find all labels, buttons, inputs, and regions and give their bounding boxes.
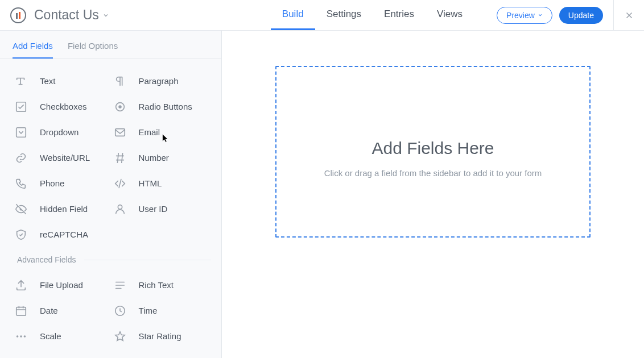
field-label: Paragraph (139, 76, 179, 86)
close-icon (624, 10, 634, 20)
field-text[interactable]: Text (14, 68, 113, 94)
checkbox-icon (14, 99, 28, 114)
basic-fields-grid: TextParagraphCheckboxesRadio ButtonsDrop… (0, 68, 221, 247)
field-label: Text (40, 76, 56, 86)
dropdown-icon (14, 125, 28, 140)
field-user-id[interactable]: User ID (113, 196, 212, 222)
field-file-upload[interactable]: File Upload (14, 272, 113, 298)
field-label: Rich Text (139, 280, 174, 290)
scale-icon (14, 329, 28, 344)
field-website-url[interactable]: Website/URL (14, 145, 113, 170)
form-canvas: Add Fields Here Click or drag a field fr… (222, 31, 644, 358)
form-title-text: Contact Us (34, 7, 99, 23)
field-label: Star Rating (139, 331, 181, 341)
tab-build[interactable]: Build (271, 0, 315, 30)
phone-icon (14, 176, 28, 191)
dropzone-title: Add Fields Here (371, 139, 494, 158)
tab-entries[interactable]: Entries (373, 0, 426, 30)
dropzone-subtitle: Click or drag a field from the sidebar t… (324, 168, 542, 178)
sidebar-tabs: Add Fields Field Options (0, 31, 221, 59)
app-logo (10, 7, 26, 23)
user-icon (113, 202, 127, 217)
field-date[interactable]: Date (14, 298, 113, 323)
update-button[interactable]: Update (559, 7, 603, 24)
field-recaptcha[interactable]: reCAPTCHA (14, 222, 113, 247)
time-icon (113, 303, 127, 318)
richtext-icon (113, 278, 127, 293)
radio-icon (113, 99, 127, 114)
field-star-rating[interactable]: Star Rating (113, 323, 212, 349)
field-email[interactable]: Email (113, 119, 212, 145)
close-button[interactable] (613, 0, 644, 31)
field-label: Number (139, 153, 169, 163)
form-title-dropdown[interactable]: Contact Us (34, 7, 109, 23)
field-label: Hidden Field (40, 204, 88, 214)
field-label: File Upload (40, 280, 83, 290)
shield-icon (14, 227, 28, 242)
field-label: User ID (139, 204, 168, 214)
field-label: reCAPTCHA (40, 230, 88, 239)
field-label: HTML (139, 178, 162, 188)
field-radio-buttons[interactable]: Radio Buttons (113, 94, 212, 119)
paragraph-icon (113, 74, 127, 89)
field-label: Email (139, 127, 160, 137)
field-label: Checkboxes (40, 102, 87, 111)
field-paragraph[interactable]: Paragraph (113, 68, 212, 94)
date-icon (14, 303, 28, 318)
field-number[interactable]: Number (113, 145, 212, 170)
field-label: Time (139, 306, 158, 315)
top-actions: Preview Update (474, 7, 613, 24)
sidebar-tab-add-fields[interactable]: Add Fields (13, 41, 53, 59)
sidebar: Add Fields Field Options TextParagraphCh… (0, 31, 222, 358)
hidden-icon (14, 202, 28, 217)
star-icon (113, 329, 127, 344)
field-label: Date (40, 306, 58, 315)
text-icon (14, 74, 28, 89)
tab-settings[interactable]: Settings (315, 0, 373, 30)
hash-icon (113, 151, 127, 165)
main-tabs: Build Settings Entries Views (271, 0, 474, 30)
upload-icon (14, 278, 28, 293)
chevron-down-icon (538, 13, 543, 18)
field-html[interactable]: HTML (113, 170, 212, 196)
sidebar-tab-field-options[interactable]: Field Options (68, 41, 118, 59)
field-hidden-field[interactable]: Hidden Field (14, 196, 113, 222)
chevron-down-icon (102, 12, 109, 19)
dropzone[interactable]: Add Fields Here Click or drag a field fr… (275, 66, 591, 238)
field-scale[interactable]: Scale (14, 323, 113, 349)
field-label: Radio Buttons (139, 102, 192, 111)
field-phone[interactable]: Phone (14, 170, 113, 196)
tab-views[interactable]: Views (426, 0, 474, 30)
email-icon (113, 125, 127, 140)
link-icon (14, 151, 28, 165)
field-checkboxes[interactable]: Checkboxes (14, 94, 113, 119)
field-label: Website/URL (40, 153, 90, 163)
preview-button[interactable]: Preview (497, 7, 552, 24)
html-icon (113, 176, 127, 191)
field-label: Dropdown (40, 127, 79, 137)
top-bar: Contact Us Build Settings Entries Views … (0, 0, 644, 31)
advanced-fields-grid: File UploadRich TextDateTimeScaleStar Ra… (0, 272, 221, 349)
field-dropdown[interactable]: Dropdown (14, 119, 113, 145)
advanced-fields-header: Advanced Fields (0, 247, 221, 272)
field-time[interactable]: Time (113, 298, 212, 323)
field-label: Phone (40, 178, 64, 188)
field-rich-text[interactable]: Rich Text (113, 272, 212, 298)
field-label: Scale (40, 331, 61, 341)
